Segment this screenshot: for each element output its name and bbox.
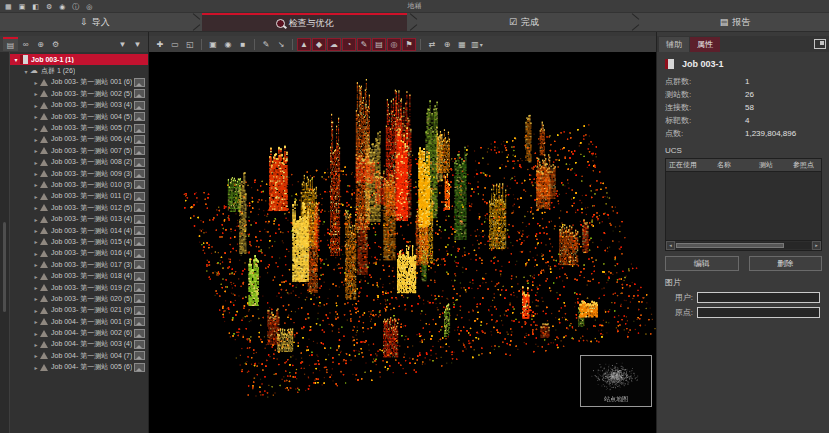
app-icon[interactable]: ▦ (5, 3, 12, 10)
image-thumbnail-icon[interactable] (134, 78, 145, 87)
scrollbar-track[interactable] (676, 242, 811, 249)
3d-viewport[interactable]: 站点地图 (149, 52, 656, 433)
spheres-view-icon[interactable]: ◉ (221, 38, 235, 51)
expand-arrow[interactable]: ▸ (32, 352, 40, 359)
image-thumbnail-icon[interactable] (134, 363, 145, 372)
image-thumbnail-icon[interactable] (134, 249, 145, 258)
image-thumbnail-icon[interactable] (134, 169, 145, 178)
attachments-icon[interactable]: ∞ (18, 37, 33, 51)
tree-item-station[interactable]: ▸Job 003- 第一测站 009 (3) (10, 168, 148, 179)
expand-arrow[interactable]: ▸ (32, 204, 40, 211)
expand-arrow[interactable]: ▸ (32, 250, 40, 257)
image-thumbnail-icon[interactable] (134, 260, 145, 269)
image-thumbnail-icon[interactable] (134, 124, 145, 133)
delete-button[interactable]: 删除 (749, 256, 823, 271)
expand-arrow[interactable]: ▸ (32, 318, 40, 325)
screenshot-icon[interactable]: ◉ (59, 3, 65, 10)
ucs-column-header[interactable]: 正在使用 (666, 160, 714, 170)
expand-arrow[interactable]: ▾ (22, 68, 30, 75)
tree-item-station[interactable]: ▸Job 004- 第一测站 001 (3) (10, 316, 148, 327)
settings-icon[interactable]: ⚙ (46, 3, 52, 10)
project-tree-icon[interactable]: ▤ (3, 37, 18, 51)
image-thumbnail-icon[interactable] (134, 306, 145, 315)
pick-point-icon[interactable]: ↘ (274, 38, 288, 51)
expand-arrow[interactable]: ▸ (32, 181, 40, 188)
image-thumbnail-icon[interactable] (134, 112, 145, 121)
image-thumbnail-icon[interactable] (134, 340, 145, 349)
save-icon[interactable]: ▣ (19, 3, 26, 10)
expand-arrow[interactable]: ▸ (32, 273, 40, 280)
cube-view-icon[interactable]: ■ (236, 38, 250, 51)
image-thumbnail-icon[interactable] (134, 89, 145, 98)
image-thumbnail-icon[interactable] (134, 351, 145, 360)
image-thumbnail-icon[interactable] (134, 226, 145, 235)
expand-arrow[interactable]: ▸ (32, 307, 40, 314)
origin-field[interactable] (697, 307, 820, 318)
expand-arrow[interactable]: ▸ (32, 79, 40, 86)
tools-icon[interactable]: ⚙ (48, 37, 63, 51)
image-thumbnail-icon[interactable] (134, 237, 145, 246)
filter-images-icon[interactable]: ▼ (130, 37, 145, 51)
tree-item-pointcloud-group[interactable]: ▾☁点群 1 (26) (10, 65, 148, 76)
info-icon[interactable]: ⓘ (72, 3, 79, 10)
expand-arrow[interactable]: ▾ (12, 56, 20, 63)
tree-item-station[interactable]: ▸Job 003- 第一测站 002 (5) (10, 88, 148, 99)
image-thumbnail-icon[interactable] (134, 317, 145, 326)
expand-arrow[interactable]: ▸ (32, 113, 40, 120)
image-thumbnail-icon[interactable] (134, 192, 145, 201)
expand-arrow[interactable]: ▸ (32, 341, 40, 348)
image-thumbnail-icon[interactable] (134, 180, 145, 189)
tab-auxiliary[interactable]: 辅助 (659, 37, 689, 52)
expand-arrow[interactable]: ▸ (32, 261, 40, 268)
expand-arrow[interactable]: ▸ (32, 147, 40, 154)
tree-scrollbar[interactable] (0, 52, 10, 433)
tree-item-station[interactable]: ▸Job 003- 第一测站 007 (5) (10, 145, 148, 156)
scroll-right-icon[interactable]: ▸ (812, 241, 821, 250)
minimap[interactable]: 站点地图 (580, 355, 652, 407)
expand-arrow[interactable]: ▸ (32, 125, 40, 132)
ucs-column-header[interactable]: 测站 (756, 160, 790, 170)
tree-item-station[interactable]: ▸Job 004- 第一测站 003 (4) (10, 339, 148, 350)
edit-button[interactable]: 编辑 (665, 256, 739, 271)
expand-arrow[interactable]: ▸ (32, 90, 40, 97)
expand-arrow[interactable]: ▸ (32, 284, 40, 291)
show-stations-icon[interactable]: ▲ (297, 38, 311, 51)
tree-item-station[interactable]: ▸Job 003- 第一测站 005 (7) (10, 122, 148, 133)
walkthrough-icon[interactable]: ⚑ (402, 38, 416, 51)
expand-arrow[interactable]: ▸ (32, 238, 40, 245)
expand-arrow[interactable]: ▸ (32, 295, 40, 302)
tree-item-station[interactable]: ▸Job 003- 第一测站 021 (9) (10, 305, 148, 316)
ucs-column-header[interactable]: 名称 (714, 160, 756, 170)
image-thumbnail-icon[interactable] (134, 135, 145, 144)
tree-item-station[interactable]: ▸Job 003- 第一测站 014 (4) (10, 225, 148, 236)
display-mode-icon[interactable]: ▥▾ (470, 38, 484, 51)
crop-tool-icon[interactable]: ▭ (168, 38, 182, 51)
tree-item-station[interactable]: ▸Job 003- 第一测站 011 (2) (10, 191, 148, 202)
step-inspect-optimize[interactable]: 检查与优化 (202, 13, 407, 31)
step-report[interactable]: ▤报告 (641, 13, 829, 31)
show-annotations-icon[interactable]: ✎ (357, 38, 371, 51)
zoom-window-icon[interactable]: ◱ (183, 38, 197, 51)
image-thumbnail-icon[interactable] (134, 203, 145, 212)
user-field[interactable] (697, 292, 820, 303)
step-finish[interactable]: ☑完成 (419, 13, 629, 31)
expand-arrow[interactable]: ▸ (32, 364, 40, 371)
pan-tool-icon[interactable]: ✚ (153, 38, 167, 51)
expand-arrow[interactable]: ▸ (32, 159, 40, 166)
tree-item-station[interactable]: ▸Job 004- 第一测站 005 (6) (10, 362, 148, 373)
web-map-icon[interactable]: ⊕ (33, 37, 48, 51)
image-thumbnail-icon[interactable] (134, 272, 145, 281)
tree-item-station[interactable]: ▸Job 003- 第一测站 004 (5) (10, 111, 148, 122)
tree-item-job-root[interactable]: ▾Job 003-1 (1) (10, 54, 148, 65)
ucs-column-header[interactable]: 参照点 (790, 160, 821, 170)
tree-item-station[interactable]: ▸Job 003- 第一测站 016 (4) (10, 248, 148, 259)
tree-scrollbar-thumb[interactable] (3, 222, 6, 312)
image-thumbnail-icon[interactable] (134, 158, 145, 167)
measure-icon[interactable]: ✎ (259, 38, 273, 51)
show-targets-icon[interactable]: ◔ (342, 38, 356, 51)
show-clouds-icon[interactable]: ☁ (327, 38, 341, 51)
show-pins-icon[interactable]: ◎ (387, 38, 401, 51)
link-stations-icon[interactable]: ⇄ (425, 38, 439, 51)
tree-item-station[interactable]: ▸Job 003- 第一测站 008 (2) (10, 157, 148, 168)
image-thumbnail-icon[interactable] (134, 101, 145, 110)
